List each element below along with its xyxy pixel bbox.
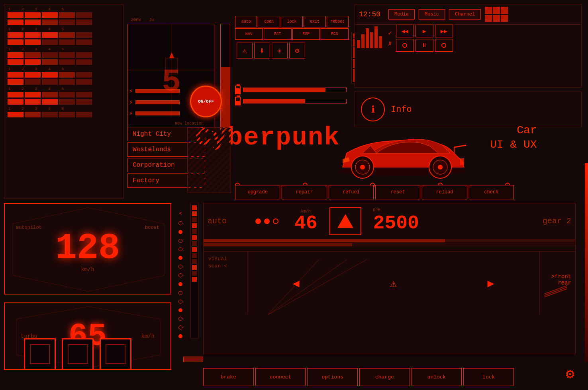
btn-reboot[interactable]: reboot bbox=[327, 16, 349, 27]
progress-bar-fill bbox=[204, 239, 445, 242]
info-text: Info bbox=[391, 105, 412, 115]
progress-row-2 bbox=[8, 20, 120, 25]
dot-14 bbox=[178, 334, 182, 338]
btn-reset[interactable]: reset bbox=[375, 185, 420, 199]
knob-ctrl[interactable] bbox=[435, 39, 453, 52]
progress-row-3 bbox=[8, 32, 120, 38]
btn-pause[interactable]: ⏸ bbox=[416, 39, 433, 52]
right-accent bbox=[585, 163, 588, 362]
time-display: 12:50 bbox=[359, 10, 380, 18]
bar-seg bbox=[8, 72, 24, 78]
bar-seg bbox=[42, 39, 58, 45]
playback-controls: ◀◀ ▶ ▶▶ ⏸ bbox=[396, 25, 453, 52]
rpm-label: RPM bbox=[373, 208, 419, 213]
thin-bar-seg bbox=[192, 205, 197, 210]
bar-seg bbox=[76, 52, 92, 58]
grid-sq bbox=[501, 7, 508, 14]
dot-5 bbox=[178, 256, 182, 260]
settings-ctrl[interactable] bbox=[396, 39, 414, 52]
energy-row-3: ⚡ bbox=[129, 109, 180, 117]
engine-icon: ⚙ bbox=[289, 43, 305, 58]
progress-row-11 bbox=[8, 112, 120, 117]
bar-seg bbox=[8, 12, 24, 18]
diag-line bbox=[544, 287, 567, 295]
warning-icon: ⚠ bbox=[237, 43, 253, 58]
settings-gear-button[interactable]: ⚙ bbox=[560, 364, 580, 384]
btn-fastforward[interactable]: ▶▶ bbox=[435, 25, 453, 37]
digital-display bbox=[24, 338, 131, 370]
progress-bar-track bbox=[204, 239, 575, 242]
dot-11 bbox=[178, 308, 182, 312]
triangle-up bbox=[337, 214, 353, 228]
dot-12 bbox=[178, 317, 182, 321]
eq-bar bbox=[370, 32, 373, 48]
btn-nav[interactable]: NAV bbox=[235, 28, 263, 40]
btn-connect[interactable]: connect bbox=[255, 368, 306, 386]
btn-channel[interactable]: Channel bbox=[449, 9, 481, 20]
eq-bar bbox=[366, 28, 369, 48]
progress-row-1 bbox=[8, 12, 120, 18]
btn-lock-bottom[interactable]: lock bbox=[463, 368, 514, 386]
btn-sat[interactable]: SAT bbox=[264, 28, 292, 40]
thin-bar-panel bbox=[190, 203, 198, 338]
bar-numbers-3: 12345 bbox=[8, 47, 120, 51]
btn-options[interactable]: options bbox=[307, 368, 358, 386]
btn-eco[interactable]: ECO bbox=[321, 28, 349, 40]
bolt-icon-3: ⚡ bbox=[129, 109, 133, 117]
bar-seg bbox=[25, 72, 41, 78]
front-rear-label: >front rear bbox=[539, 252, 575, 315]
indicator-icons-row: ⚠ 🌡 ✳ ⚙ bbox=[235, 41, 349, 60]
btn-upgrade[interactable]: upgrade bbox=[235, 185, 280, 199]
dot-7 bbox=[178, 273, 182, 277]
thin-bar-seg bbox=[192, 277, 197, 282]
btn-open[interactable]: open bbox=[258, 16, 280, 27]
btn-repair[interactable]: repair bbox=[282, 185, 327, 199]
bar-seg bbox=[76, 12, 92, 18]
playback-row-1: ◀◀ ▶ ▶▶ bbox=[396, 25, 453, 37]
btn-esp[interactable]: ESP bbox=[292, 28, 320, 40]
btn-check[interactable]: check bbox=[469, 185, 514, 199]
bar-seg bbox=[59, 20, 75, 25]
btn-lock[interactable]: lock bbox=[281, 16, 303, 27]
btn-brake[interactable]: brake bbox=[203, 368, 254, 386]
digital-inner-3 bbox=[106, 344, 125, 364]
digital-block-2 bbox=[62, 338, 94, 370]
dot-9 bbox=[178, 291, 182, 295]
knob-icon bbox=[402, 43, 407, 48]
dot-2 bbox=[178, 230, 182, 234]
bar-seg bbox=[25, 39, 41, 45]
thin-bar-seg bbox=[192, 271, 197, 276]
media-main-row: ✓ ✗ ◀◀ ▶ ▶▶ ⏸ bbox=[355, 25, 581, 52]
bar-seg bbox=[76, 72, 92, 78]
car-actions: upgrade repair refuel reset reload check bbox=[235, 185, 514, 199]
bar-seg bbox=[25, 32, 41, 38]
btn-auto[interactable]: auto bbox=[235, 16, 257, 27]
progress-row-7 bbox=[8, 72, 120, 78]
power-button[interactable]: ON/OFF bbox=[190, 86, 222, 117]
progress-row-5 bbox=[8, 52, 120, 58]
progress-row-9 bbox=[8, 92, 120, 98]
btn-unlock[interactable]: unlock bbox=[412, 368, 462, 386]
bar-seg bbox=[8, 39, 24, 45]
energy-bar-2 bbox=[135, 100, 180, 104]
btn-play[interactable]: ▶ bbox=[416, 25, 433, 37]
battery-fill-bar-1 bbox=[243, 88, 325, 92]
btn-music[interactable]: Music bbox=[419, 9, 445, 20]
bar-seg bbox=[25, 92, 41, 98]
btn-media[interactable]: Media bbox=[388, 9, 415, 20]
bar-seg bbox=[59, 72, 75, 78]
bar-seg bbox=[42, 79, 58, 85]
map-zoom: 2x bbox=[149, 18, 154, 22]
svg-point-7 bbox=[360, 165, 365, 170]
bar-seg bbox=[8, 99, 24, 105]
btn-refuel[interactable]: refuel bbox=[329, 185, 374, 199]
knob-icon2 bbox=[441, 43, 446, 48]
btn-charge[interactable]: charge bbox=[359, 368, 410, 386]
bar-seg bbox=[76, 99, 92, 105]
btn-rewind[interactable]: ◀◀ bbox=[396, 25, 414, 37]
thin-bar-seg bbox=[192, 217, 197, 222]
rpm-display: RPM 2500 bbox=[373, 208, 419, 234]
btn-exit[interactable]: exit bbox=[304, 16, 325, 27]
btn-reload[interactable]: reload bbox=[422, 185, 467, 199]
dot-3 bbox=[178, 239, 182, 243]
